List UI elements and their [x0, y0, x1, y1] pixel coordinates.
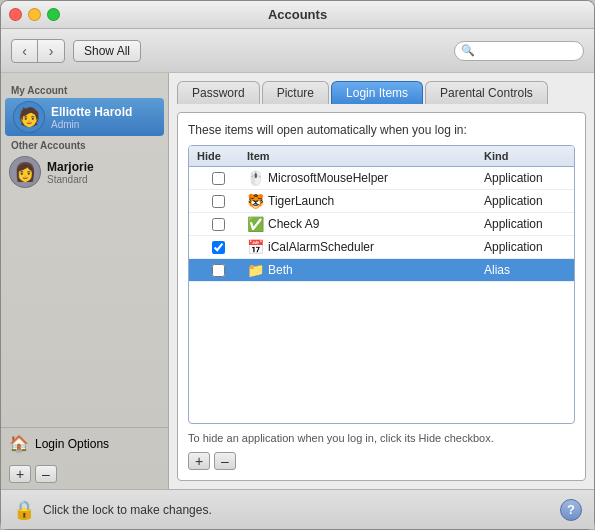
hide-cell-4 — [193, 262, 243, 279]
table-body: 🖱️ MicrosoftMouseHelper Application � — [189, 167, 574, 423]
login-options-button[interactable]: 🏠 Login Options — [1, 427, 168, 459]
avatar-marjorie: 👩 — [9, 156, 41, 188]
titlebar: Accounts — [1, 1, 594, 29]
kind-cell-2: Application — [480, 215, 570, 233]
table-row: 🐯 TigerLaunch Application — [189, 190, 574, 213]
elliotte-name: Elliotte Harold — [51, 105, 132, 119]
kind-cell-3: Application — [480, 238, 570, 256]
main-content: My Account 🧑 Elliotte Harold Admin Other… — [1, 73, 594, 489]
item-icon-2: ✅ — [247, 216, 264, 232]
sidebar-remove-button[interactable]: – — [35, 465, 57, 483]
kind-cell-0: Application — [480, 169, 570, 187]
minimize-button[interactable] — [28, 8, 41, 21]
item-name-3: iCalAlarmScheduler — [268, 240, 374, 254]
tab-login-items[interactable]: Login Items — [331, 81, 423, 104]
tab-parental-controls[interactable]: Parental Controls — [425, 81, 548, 104]
avatar-elliotte: 🧑 — [13, 101, 45, 133]
bottom-bar: 🔒 Click the lock to make changes. ? — [1, 489, 594, 529]
elliotte-text: Elliotte Harold Admin — [51, 105, 132, 130]
sidebar-item-elliotte[interactable]: 🧑 Elliotte Harold Admin — [5, 98, 164, 136]
maximize-button[interactable] — [47, 8, 60, 21]
item-icon-1: 🐯 — [247, 193, 264, 209]
kind-cell-1: Application — [480, 192, 570, 210]
my-account-label: My Account — [1, 81, 168, 98]
search-icon: 🔍 — [461, 44, 475, 57]
login-items-table: Hide Item Kind 🖱️ MicrosoftMouseH — [188, 145, 575, 424]
sidebar-item-marjorie[interactable]: 👩 Marjorie Standard — [1, 153, 168, 191]
header-item: Item — [243, 148, 480, 164]
back-button[interactable]: ‹ — [12, 40, 38, 62]
other-accounts-label: Other Accounts — [1, 136, 168, 153]
item-name-4: Beth — [268, 263, 293, 277]
tab-password[interactable]: Password — [177, 81, 260, 104]
hint-text: To hide an application when you log in, … — [188, 432, 575, 444]
item-icon-3: 📅 — [247, 239, 264, 255]
table-row: 🖱️ MicrosoftMouseHelper Application — [189, 167, 574, 190]
hide-checkbox-0[interactable] — [212, 172, 225, 185]
sidebar: My Account 🧑 Elliotte Harold Admin Other… — [1, 73, 169, 489]
elliotte-sub: Admin — [51, 119, 132, 130]
item-name-1: TigerLaunch — [268, 194, 334, 208]
marjorie-name: Marjorie — [47, 160, 94, 174]
sidebar-add-button[interactable]: + — [9, 465, 31, 483]
hide-cell-0 — [193, 170, 243, 187]
house-icon: 🏠 — [9, 434, 29, 453]
hide-checkbox-2[interactable] — [212, 218, 225, 231]
item-cell-4: 📁 Beth — [243, 260, 480, 280]
sidebar-add-remove: + – — [1, 459, 168, 489]
table-remove-button[interactable]: – — [214, 452, 236, 470]
item-name-2: Check A9 — [268, 217, 319, 231]
hide-cell-1 — [193, 193, 243, 210]
header-kind: Kind — [480, 148, 570, 164]
table-row: 📁 Beth Alias — [189, 259, 574, 282]
hide-cell-2 — [193, 216, 243, 233]
tab-picture[interactable]: Picture — [262, 81, 329, 104]
hide-checkbox-1[interactable] — [212, 195, 225, 208]
content-description: These items will open automatically when… — [188, 123, 575, 137]
nav-buttons: ‹ › — [11, 39, 65, 63]
login-options-label: Login Options — [35, 437, 109, 451]
marjorie-text: Marjorie Standard — [47, 160, 94, 185]
item-icon-0: 🖱️ — [247, 170, 264, 186]
item-cell-1: 🐯 TigerLaunch — [243, 191, 480, 211]
traffic-lights — [9, 8, 60, 21]
table-add-button[interactable]: + — [188, 452, 210, 470]
forward-button[interactable]: › — [38, 40, 64, 62]
table-add-remove: + – — [188, 452, 575, 470]
close-button[interactable] — [9, 8, 22, 21]
lock-icon[interactable]: 🔒 — [13, 499, 35, 521]
lock-text: Click the lock to make changes. — [43, 503, 212, 517]
item-cell-2: ✅ Check A9 — [243, 214, 480, 234]
table-header: Hide Item Kind — [189, 146, 574, 167]
marjorie-sub: Standard — [47, 174, 94, 185]
search-box: 🔍 — [454, 41, 584, 61]
tabs: Password Picture Login Items Parental Co… — [177, 81, 586, 104]
table-row: 📅 iCalAlarmScheduler Application — [189, 236, 574, 259]
help-button[interactable]: ? — [560, 499, 582, 521]
item-cell-3: 📅 iCalAlarmScheduler — [243, 237, 480, 257]
right-panel: Password Picture Login Items Parental Co… — [169, 73, 594, 489]
table-row: ✅ Check A9 Application — [189, 213, 574, 236]
hide-checkbox-4[interactable] — [212, 264, 225, 277]
item-cell-0: 🖱️ MicrosoftMouseHelper — [243, 168, 480, 188]
item-icon-4: 📁 — [247, 262, 264, 278]
kind-cell-4: Alias — [480, 261, 570, 279]
accounts-window: Accounts ‹ › Show All 🔍 My Account 🧑 Ell… — [0, 0, 595, 530]
hide-checkbox-3[interactable] — [212, 241, 225, 254]
header-hide: Hide — [193, 148, 243, 164]
window-title: Accounts — [268, 7, 327, 22]
show-all-button[interactable]: Show All — [73, 40, 141, 62]
hide-cell-3 — [193, 239, 243, 256]
item-name-0: MicrosoftMouseHelper — [268, 171, 388, 185]
toolbar: ‹ › Show All 🔍 — [1, 29, 594, 73]
content-box: These items will open automatically when… — [177, 112, 586, 481]
